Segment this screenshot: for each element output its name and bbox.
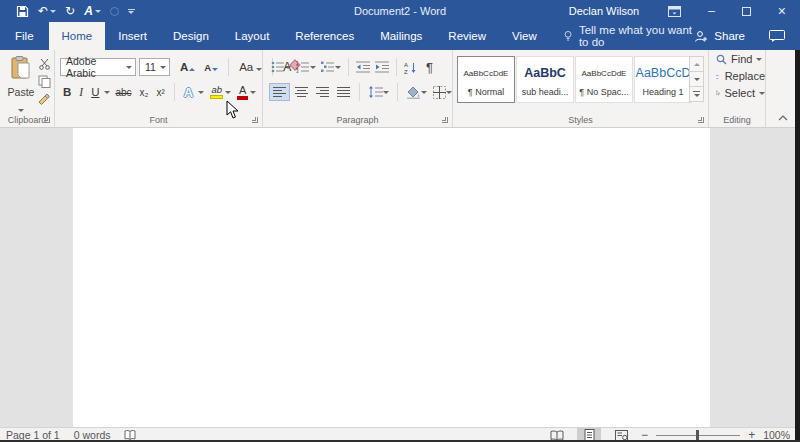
format-painter-icon[interactable] bbox=[38, 93, 51, 106]
tab-layout[interactable]: Layout bbox=[222, 22, 283, 50]
shading-caret-icon[interactable] bbox=[421, 91, 427, 94]
cut-icon[interactable] bbox=[38, 58, 51, 70]
borders-button[interactable] bbox=[431, 86, 454, 99]
shading-button[interactable] bbox=[404, 86, 429, 99]
align-right-button[interactable] bbox=[313, 84, 332, 100]
select-button[interactable]: Select bbox=[716, 85, 765, 101]
bullets-icon bbox=[271, 61, 285, 73]
styles-scroll-down-button[interactable] bbox=[689, 71, 704, 87]
styles-more-button[interactable] bbox=[689, 86, 704, 102]
style-card-heading1[interactable]: AaBbCcD Heading 1 bbox=[634, 56, 692, 103]
styles-scroll-up-button[interactable] bbox=[689, 56, 704, 72]
maximize-button[interactable] bbox=[742, 7, 751, 16]
ribbon-display-options-icon[interactable] bbox=[668, 6, 681, 17]
sort-button[interactable]: A Z bbox=[402, 61, 419, 74]
line-spacing-icon bbox=[368, 86, 383, 98]
highlight-caret-icon[interactable] bbox=[225, 91, 231, 94]
line-spacing-button[interactable] bbox=[366, 86, 391, 98]
comment-icon[interactable] bbox=[769, 30, 785, 42]
user-name[interactable]: Declan Wilson bbox=[569, 5, 639, 17]
borders-caret-icon[interactable] bbox=[446, 91, 452, 94]
minimize-button[interactable]: – bbox=[708, 5, 715, 17]
underline-caret-icon[interactable] bbox=[104, 91, 110, 94]
bullets-caret-icon[interactable] bbox=[285, 66, 291, 69]
collapse-ribbon-chevron-icon[interactable] bbox=[778, 115, 788, 121]
screen-edge-artifact bbox=[795, 50, 800, 442]
share-button[interactable]: Share bbox=[694, 30, 745, 43]
close-button[interactable]: × bbox=[778, 4, 786, 18]
scroll-down-icon bbox=[694, 78, 700, 81]
bar bbox=[273, 93, 286, 94]
change-case-button[interactable]: Aa bbox=[236, 61, 265, 73]
copy-icon[interactable] bbox=[38, 75, 51, 88]
tab-home[interactable]: Home bbox=[49, 22, 106, 50]
tab-design[interactable]: Design bbox=[160, 22, 222, 50]
bullets-button[interactable] bbox=[269, 61, 293, 73]
font-name-value: Adobe Arabic bbox=[66, 55, 126, 79]
find-button[interactable]: Find bbox=[716, 51, 765, 67]
tab-file[interactable]: File bbox=[0, 22, 49, 50]
align-center-button[interactable] bbox=[292, 84, 311, 100]
superscript-button[interactable]: x² bbox=[153, 87, 167, 98]
justify-button[interactable] bbox=[334, 84, 353, 100]
replace-button[interactable]: ab ac Replace bbox=[716, 68, 765, 84]
align-left-button[interactable] bbox=[269, 83, 290, 101]
highlight-button[interactable]: ab bbox=[210, 85, 223, 99]
grow-font-caret-icon bbox=[189, 68, 195, 71]
style-card-subheading[interactable]: AaBbC sub headi... bbox=[516, 56, 574, 103]
text-effects-caret-icon[interactable] bbox=[198, 91, 204, 94]
font-dialog-launcher[interactable] bbox=[252, 117, 258, 123]
paste-caret-icon[interactable] bbox=[18, 109, 24, 112]
divider bbox=[397, 83, 398, 101]
decrease-indent-icon bbox=[356, 61, 370, 73]
paragraph-dialog-launcher[interactable] bbox=[442, 117, 448, 123]
increase-indent-button[interactable] bbox=[373, 61, 391, 73]
numbering-caret-icon[interactable] bbox=[310, 66, 316, 69]
font-color-button[interactable]: A bbox=[237, 85, 248, 100]
italic-button[interactable]: I bbox=[76, 86, 86, 98]
subscript-button[interactable]: x₂ bbox=[137, 87, 152, 98]
tab-mailings[interactable]: Mailings bbox=[367, 22, 435, 50]
font-size-combo[interactable]: 11 bbox=[139, 58, 170, 76]
style-preview: AaBbCcDdE bbox=[576, 61, 632, 85]
mouse-cursor bbox=[226, 100, 240, 120]
grow-font-button[interactable]: A bbox=[177, 61, 198, 73]
font-name-combo[interactable]: Adobe Arabic bbox=[60, 58, 136, 76]
strikethrough-button[interactable]: abc bbox=[112, 87, 134, 98]
font-color-caret-icon[interactable] bbox=[250, 91, 256, 94]
decrease-indent-button[interactable] bbox=[354, 61, 372, 73]
bar bbox=[337, 93, 350, 94]
tab-review[interactable]: Review bbox=[435, 22, 499, 50]
shrink-font-button[interactable]: A bbox=[201, 62, 221, 73]
bar bbox=[316, 87, 329, 88]
show-hide-pilcrow-button[interactable]: ¶ bbox=[424, 60, 435, 75]
styles-dialog-launcher[interactable] bbox=[698, 117, 704, 123]
style-card-normal[interactable]: AaBbCcDdE ¶ Normal bbox=[457, 56, 515, 103]
zoom-slider-thumb[interactable] bbox=[696, 430, 699, 440]
highlight-color-bar bbox=[210, 95, 223, 99]
bold-button[interactable]: B bbox=[60, 86, 74, 98]
borders-icon bbox=[433, 86, 446, 99]
line-spacing-caret-icon[interactable] bbox=[383, 91, 389, 94]
style-card-no-spacing[interactable]: AaBbCcDdE ¶ No Spac... bbox=[575, 56, 633, 103]
proofing-book-icon[interactable] bbox=[124, 430, 136, 441]
text-effects-button[interactable]: A bbox=[181, 85, 196, 100]
svg-text:3: 3 bbox=[296, 69, 299, 74]
tab-references[interactable]: References bbox=[282, 22, 367, 50]
multilevel-caret-icon[interactable] bbox=[335, 66, 341, 69]
document-page[interactable] bbox=[73, 128, 710, 427]
tab-view[interactable]: View bbox=[499, 22, 550, 50]
paste-button[interactable]: Paste bbox=[5, 56, 37, 122]
clipboard-dialog-launcher[interactable] bbox=[44, 117, 50, 123]
underline-button[interactable]: U bbox=[88, 86, 102, 98]
bar bbox=[273, 96, 282, 97]
bar bbox=[320, 90, 329, 91]
tell-me-box[interactable]: Tell me what you want to do bbox=[564, 22, 695, 50]
find-magnifier-icon bbox=[716, 54, 727, 65]
numbering-button[interactable]: 1 2 3 bbox=[294, 61, 318, 73]
multilevel-list-button[interactable] bbox=[319, 61, 343, 73]
change-case-label: Aa bbox=[239, 61, 253, 73]
tab-insert[interactable]: Insert bbox=[105, 22, 160, 50]
numbering-icon: 1 2 3 bbox=[296, 61, 310, 73]
paste-clipboard-icon bbox=[11, 56, 31, 80]
